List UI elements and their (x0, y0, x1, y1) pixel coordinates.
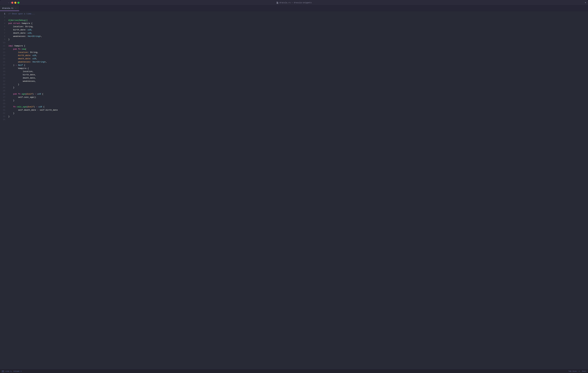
code-line: } (8, 99, 588, 102)
code-token: → (16, 64, 18, 66)
code-token: { (31, 22, 32, 25)
code-token: ( (26, 106, 28, 108)
nav-arrows: ‹ › (8, 1, 11, 4)
code-token: pub (8, 48, 18, 50)
code-line: #[derive(Debug)] (8, 19, 588, 22)
code-token: { (24, 64, 25, 66)
line-number: 24 (1, 86, 5, 89)
line-number: 32 (1, 112, 5, 115)
line-number: 4 (1, 22, 5, 25)
line-number: 25 (1, 89, 5, 92)
code-token: birth_date, (8, 74, 36, 76)
code-token: fn (18, 93, 21, 95)
code-token: String (37, 61, 44, 63)
line-number: 16 (1, 60, 5, 64)
back-arrow[interactable]: ‹ (8, 1, 9, 4)
tab-bar: dracula.rs × (0, 6, 588, 11)
line-number: 22 (1, 80, 5, 83)
code-line: impl Vampire { (8, 44, 588, 48)
line-number: 19 (1, 70, 5, 73)
code-token: ( (25, 48, 26, 50)
code-token: ( (25, 93, 26, 95)
line-number: 11 (1, 44, 5, 48)
code-token: calc_age (17, 106, 26, 108)
code-token (8, 58, 18, 60)
code-token: Vampire { (8, 67, 29, 70)
code-line (8, 89, 588, 92)
code-token: death_date: (8, 32, 28, 34)
code-token: { (24, 45, 25, 47)
code-token: , (31, 29, 32, 31)
line-number: 2 (1, 16, 5, 19)
code-line: self.death_date - self.birth_date (8, 109, 588, 112)
code-token: } (8, 86, 14, 89)
forward-arrow[interactable]: › (10, 1, 11, 4)
code-token: String (32, 35, 40, 38)
code-token: location, (8, 70, 34, 73)
close-button[interactable] (11, 2, 13, 4)
code-line: death_date, (8, 77, 588, 80)
code-line: location, (8, 70, 588, 73)
title-text: dracula.rs — dracula-snippets (280, 2, 312, 4)
code-line: } (8, 86, 588, 89)
tab-close-button[interactable]: × (14, 7, 17, 10)
code-token: Self (18, 64, 24, 66)
line-number: 26 (1, 92, 5, 96)
traffic-lights (11, 2, 20, 4)
code-token: < (31, 35, 32, 38)
line-number: 13 (1, 51, 5, 54)
code-line: weaknesses: Vec<String>, (8, 35, 588, 38)
code-token: } (8, 115, 10, 118)
code-line: // Once upon a time... (8, 12, 588, 16)
tab-dracula[interactable]: dracula.rs × (0, 6, 19, 11)
code-token: u16 (37, 93, 42, 95)
code-token: >, (40, 35, 42, 38)
code-token: { (43, 106, 44, 108)
code-line: fn calc_age(&self) → u16 { (8, 105, 588, 109)
code-line: location: String, (8, 25, 588, 28)
code-token: ) (8, 64, 16, 66)
code-token (8, 54, 18, 57)
code-token: weaknesses, (8, 80, 36, 82)
editor-window: ‹ › dracula.rs — dracula-snippets ▼ drac… (0, 0, 588, 373)
code-token: Vampire (14, 45, 24, 47)
code-token (8, 51, 18, 53)
code-token: } (8, 99, 14, 102)
code-token: { (42, 93, 43, 95)
code-token: : String, (28, 51, 38, 53)
code-content[interactable]: // Once upon a time... #[derive(Debug)]p… (8, 11, 588, 369)
code-line: Vampire { (8, 67, 588, 70)
code-token: struct (13, 22, 22, 25)
code-token: >, (44, 61, 47, 63)
code-token: ) (34, 106, 36, 108)
code-token: #[derive(Debug)] (8, 19, 28, 21)
line-number: 27 (1, 96, 5, 99)
code-line: pub fn new( (8, 48, 588, 51)
code-token: location: String, (8, 25, 34, 28)
line-number: 29 (1, 102, 5, 105)
line-number: 34 (1, 118, 5, 121)
minimize-button[interactable] (14, 2, 16, 4)
dropdown-arrow[interactable]: ▼ (585, 1, 586, 4)
editor-icon: ▤ (2, 371, 4, 372)
code-line: birth_date, (8, 73, 588, 77)
code-token: } (8, 38, 10, 40)
code-token: birth_date (18, 54, 30, 57)
code-token: fn (18, 48, 21, 50)
maximize-button[interactable] (17, 2, 20, 4)
file-icon (276, 2, 279, 4)
code-token: u16 (28, 32, 31, 34)
tab-size: Tab Size: 4 (568, 370, 580, 372)
code-token: &self (28, 106, 34, 108)
line-number: 14 (1, 54, 5, 57)
editor-area[interactable]: 1234567891011121314151617181920212223242… (0, 11, 588, 369)
code-token: fn (8, 106, 17, 108)
tab-filename: dracula.rs (2, 7, 13, 10)
code-token: &self (26, 93, 32, 95)
code-line (8, 41, 588, 44)
code-token: Vec (32, 61, 36, 63)
window-title: dracula.rs — dracula-snippets (276, 2, 312, 4)
code-token: self.death_date - self.birth_date (8, 109, 58, 111)
language: Rust (582, 370, 586, 372)
code-token: death_date, (8, 77, 36, 79)
